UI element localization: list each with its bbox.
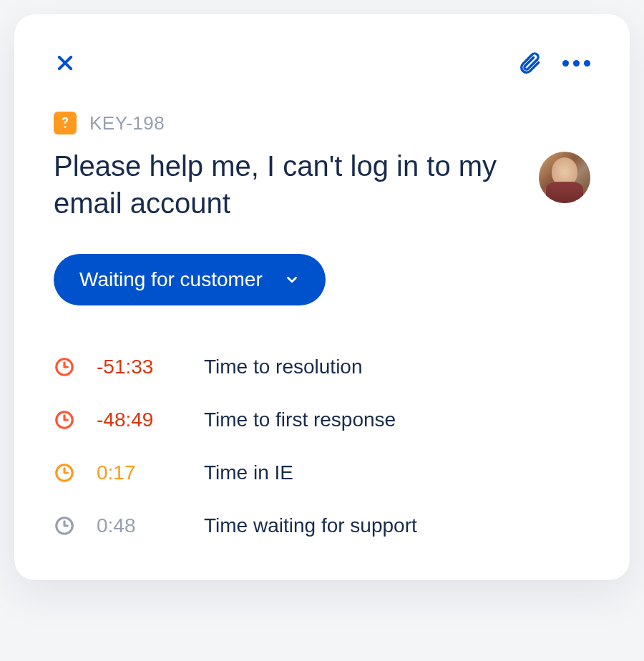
reporter-avatar[interactable] (539, 152, 590, 203)
more-icon[interactable] (562, 60, 590, 67)
sla-list: -51:33 Time to resolution -48:49 Time to… (54, 356, 590, 537)
sla-row-first-response: -48:49 Time to first response (54, 408, 590, 431)
status-dropdown[interactable]: Waiting for customer (54, 254, 326, 305)
sla-label: Time in IE (204, 461, 293, 484)
sla-time: 0:48 (97, 514, 190, 537)
chevron-down-icon (284, 272, 300, 288)
sla-label: Time to first response (204, 408, 396, 431)
clock-icon (54, 462, 75, 484)
top-actions (517, 50, 590, 76)
sla-row-waiting-support: 0:48 Time waiting for support (54, 514, 590, 537)
attachment-icon[interactable] (517, 50, 542, 76)
sla-row-ie: 0:17 Time in IE (54, 461, 590, 484)
issue-type-icon (54, 112, 77, 134)
issue-key-row: KEY-198 (54, 112, 590, 134)
clock-icon (54, 515, 75, 537)
issue-card: KEY-198 Please help me, I can't log in t… (14, 14, 630, 580)
sla-label: Time waiting for support (204, 514, 417, 537)
title-row: Please help me, I can't log in to my ema… (54, 147, 590, 222)
sla-time: 0:17 (97, 461, 190, 484)
clock-icon (54, 356, 75, 378)
top-bar (54, 50, 590, 76)
status-label: Waiting for customer (79, 268, 263, 291)
sla-time: -51:33 (97, 356, 190, 378)
issue-title: Please help me, I can't log in to my ema… (54, 147, 517, 222)
close-icon[interactable] (54, 52, 77, 74)
sla-time: -48:49 (97, 408, 190, 431)
clock-icon (54, 409, 75, 431)
issue-key[interactable]: KEY-198 (89, 112, 165, 134)
sla-label: Time to resolution (204, 356, 363, 378)
sla-row-resolution: -51:33 Time to resolution (54, 356, 590, 378)
